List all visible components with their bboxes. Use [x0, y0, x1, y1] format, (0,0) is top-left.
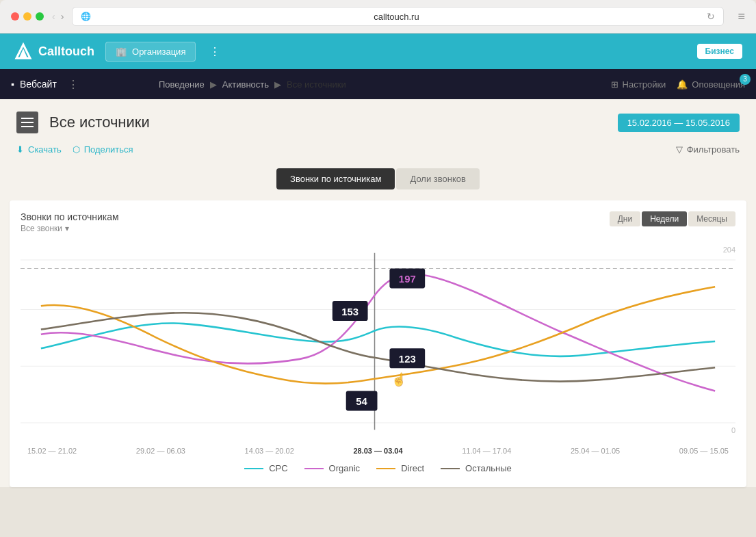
chart-title: Звонки по источникам: [21, 211, 119, 222]
traffic-lights: [11, 12, 44, 21]
fullscreen-button[interactable]: [36, 12, 44, 21]
sidebar-toggle[interactable]: [16, 112, 38, 133]
svg-text:☝: ☝: [391, 372, 407, 387]
svg-text:123: 123: [399, 353, 416, 365]
close-button[interactable]: [11, 12, 19, 21]
logo: Calltouch: [14, 42, 94, 61]
x-label-6: 25.04 — 01.05: [571, 447, 620, 455]
chart-wrapper: 204 0: [21, 239, 735, 455]
bell-icon: 🔔: [677, 79, 688, 90]
legend-cpc-line: [244, 468, 263, 469]
x-label-4: 28.03 — 03.04: [353, 447, 402, 455]
website-icon: ▪: [11, 79, 14, 90]
minimize-button[interactable]: [23, 12, 31, 21]
filter-button[interactable]: ▽ Фильтровать: [676, 144, 740, 155]
time-controls: Дни Недели Месяцы: [610, 211, 735, 226]
breadcrumb-item-1[interactable]: Поведение: [159, 79, 205, 90]
legend-direct-label: Direct: [401, 463, 424, 473]
sub-header: ▪ Вебсайт ⋮ Поведение ▶ Активность ▶ Все…: [0, 69, 756, 99]
header-right: Бизнес: [697, 44, 742, 59]
reload-button[interactable]: ↻: [707, 11, 715, 22]
legend-direct: Direct: [376, 463, 424, 473]
legend-organic-label: Organic: [329, 463, 361, 473]
breadcrumb-item-3: Все источники: [287, 79, 346, 90]
globe-icon: 🌐: [81, 12, 91, 21]
sub-header-actions: ⊞ Настройки 🔔 Оповещения 3: [611, 79, 745, 90]
x-label-3: 14.03 — 20.02: [245, 447, 294, 455]
org-menu-button[interactable]: ⋮: [209, 45, 220, 58]
main-content: Все источники 15.02.2016 — 15.05.2016 ⬇ …: [0, 99, 756, 487]
time-btn-days[interactable]: Дни: [610, 211, 640, 226]
page-title: Все источники: [49, 114, 150, 131]
legend-other-line: [441, 468, 460, 469]
svg-text:54: 54: [356, 395, 367, 407]
chevron-down-icon: ▾: [65, 224, 69, 233]
org-label: Организация: [132, 47, 185, 57]
page-header: Все источники 15.02.2016 — 15.05.2016: [0, 99, 756, 142]
chart-header: Звонки по источникам Все звонки ▾ Дни Не…: [21, 211, 735, 233]
toolbar: ⬇ Скачать ⬡ Поделиться ▽ Фильтровать: [0, 142, 756, 163]
legend-other: Остальные: [441, 463, 512, 473]
org-button[interactable]: 🏢 Организация: [105, 42, 196, 62]
logo-text: Calltouch: [38, 44, 94, 59]
breadcrumb: Поведение ▶ Активность ▶ Все источники: [148, 79, 611, 90]
time-btn-weeks[interactable]: Недели: [642, 211, 687, 226]
x-label-2: 29.02 — 06.03: [136, 447, 185, 455]
chart-section: Звонки по источникам Все звонки ▾ Дни Не…: [10, 200, 746, 487]
svg-text:197: 197: [399, 273, 416, 285]
filter-icon: ▽: [676, 144, 683, 155]
tab-call-shares[interactable]: Доли звонков: [396, 168, 479, 189]
website-label-text: Вебсайт: [20, 79, 57, 90]
notifications-button[interactable]: 🔔 Оповещения 3: [677, 79, 745, 90]
share-icon: ⬡: [73, 144, 80, 155]
browser-chrome: ‹ › 🌐 calltouch.ru ↻ ≡: [0, 0, 756, 34]
forward-button[interactable]: ›: [61, 11, 64, 22]
biznes-button[interactable]: Бизнес: [697, 44, 742, 59]
logo-icon: [14, 42, 33, 61]
chart-subtitle[interactable]: Все звонки ▾: [21, 224, 119, 233]
download-button[interactable]: ⬇ Скачать: [16, 144, 62, 155]
legend-direct-line: [376, 468, 395, 469]
website-menu-button[interactable]: ⋮: [68, 78, 79, 91]
url-text: calltouch.ru: [96, 12, 696, 22]
chart-svg: 197 153 123 54 ☝: [21, 239, 735, 444]
building-icon: 🏢: [116, 47, 127, 57]
nav-arrows: ‹ ›: [52, 11, 64, 22]
chart-legend: CPC Organic Direct Остальные: [21, 455, 735, 476]
share-button[interactable]: ⬡ Поделиться: [73, 144, 133, 155]
breadcrumb-sep-2: ▶: [274, 79, 281, 90]
legend-other-label: Остальные: [465, 463, 512, 473]
time-btn-months[interactable]: Месяцы: [688, 211, 735, 226]
legend-cpc: CPC: [244, 463, 287, 473]
address-bar[interactable]: 🌐 calltouch.ru ↻: [72, 7, 724, 26]
x-label-7: 09.05 — 15.05: [679, 447, 729, 455]
breadcrumb-sep-1: ▶: [210, 79, 217, 90]
x-axis-labels: 15.02 — 21.02 29.02 — 06.03 14.03 — 20.0…: [21, 447, 735, 455]
notifications-label: Оповещения: [692, 79, 745, 90]
notification-badge: 3: [740, 74, 751, 85]
date-range-picker[interactable]: 15.02.2016 — 15.05.2016: [618, 114, 740, 132]
filter-label: Фильтровать: [687, 144, 740, 155]
share-label: Поделиться: [84, 144, 133, 155]
browser-menu-button[interactable]: ≡: [738, 10, 745, 24]
legend-organic: Organic: [304, 463, 361, 473]
svg-text:153: 153: [341, 305, 359, 317]
legend-cpc-label: CPC: [269, 463, 287, 473]
tab-calls-by-source[interactable]: Звонки по источникам: [276, 168, 395, 189]
legend-organic-line: [304, 468, 324, 469]
x-label-5: 11.04 — 17.04: [462, 447, 511, 455]
y-min-label: 0: [731, 426, 735, 434]
tabs-container: Звонки по источникам Доли звонков: [0, 163, 756, 200]
subtitle-text: Все звонки: [21, 224, 62, 233]
settings-icon: ⊞: [611, 79, 618, 90]
app-header: Calltouch 🏢 Организация ⋮ Бизнес: [0, 34, 756, 69]
download-label: Скачать: [28, 144, 62, 155]
download-icon: ⬇: [16, 144, 24, 155]
y-max-label: 204: [723, 246, 735, 254]
settings-button[interactable]: ⊞ Настройки: [611, 79, 666, 90]
back-button[interactable]: ‹: [52, 11, 55, 22]
website-section: ▪ Вебсайт ⋮: [11, 78, 148, 91]
breadcrumb-item-2[interactable]: Активность: [222, 79, 269, 90]
x-label-1: 15.02 — 21.02: [27, 447, 77, 455]
settings-label: Настройки: [623, 79, 666, 90]
